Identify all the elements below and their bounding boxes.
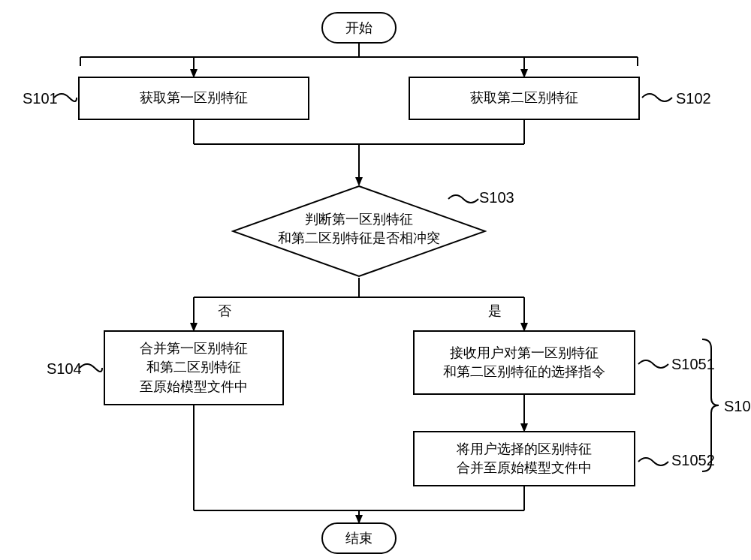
s1051-line1: 接收用户对第一区别特征 — [450, 344, 599, 363]
end-label: 结束 — [345, 529, 372, 547]
decision-s103: 判断第一区别特征 和第二区别特征是否相冲突 — [231, 185, 487, 278]
label-s104: S104 — [47, 360, 82, 378]
branch-yes-label: 是 — [488, 302, 502, 320]
s101-text: 获取第一区别特征 — [140, 89, 248, 107]
label-s102: S102 — [676, 90, 711, 107]
terminator-start: 开始 — [321, 12, 397, 44]
process-s104: 合并第一区别特征 和第二区别特征 至原始模型文件中 — [104, 330, 284, 405]
start-label: 开始 — [345, 19, 372, 37]
process-s101: 获取第一区别特征 — [78, 77, 309, 120]
s1051-line2: 和第二区别特征的选择指令 — [443, 363, 605, 381]
label-s1051: S1051 — [671, 356, 715, 373]
label-s103: S103 — [479, 189, 514, 206]
label-s105: S105 — [724, 398, 751, 415]
s104-line1: 合并第一区别特征 — [140, 339, 248, 358]
process-s1052: 将用户选择的区别特征 合并至原始模型文件中 — [413, 431, 635, 486]
flowchart-canvas: 开始 获取第一区别特征 S101 获取第二区别特征 S102 判断第一区别特征 … — [0, 0, 751, 560]
s102-text: 获取第二区别特征 — [470, 89, 578, 107]
s103-line2: 和第二区别特征是否相冲突 — [231, 229, 487, 248]
s104-line3: 至原始模型文件中 — [140, 378, 248, 396]
terminator-end: 结束 — [321, 522, 397, 554]
process-s102: 获取第二区别特征 — [409, 77, 640, 120]
process-s1051: 接收用户对第一区别特征 和第二区别特征的选择指令 — [413, 330, 635, 395]
s1052-line2: 合并至原始模型文件中 — [457, 459, 592, 477]
s1052-line1: 将用户选择的区别特征 — [457, 440, 592, 459]
s104-line2: 和第二区别特征 — [146, 358, 241, 377]
branch-no-label: 否 — [218, 302, 231, 320]
label-s101: S101 — [23, 90, 58, 107]
s103-line1: 判断第一区别特征 — [231, 210, 487, 229]
label-s1052: S1052 — [671, 452, 715, 469]
